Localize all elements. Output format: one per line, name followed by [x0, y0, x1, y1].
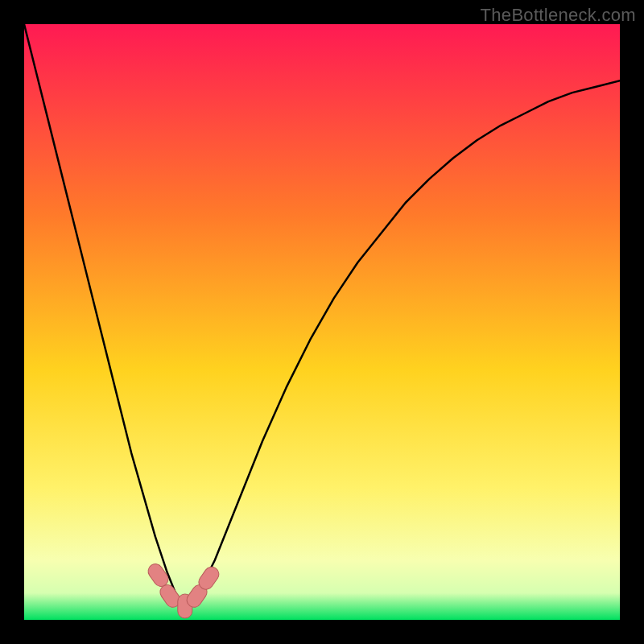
bottleneck-chart	[24, 24, 620, 620]
chart-frame: TheBottleneck.com	[0, 0, 644, 644]
plot-area	[24, 24, 620, 620]
gradient-background	[24, 24, 620, 620]
watermark-text: TheBottleneck.com	[481, 5, 636, 26]
